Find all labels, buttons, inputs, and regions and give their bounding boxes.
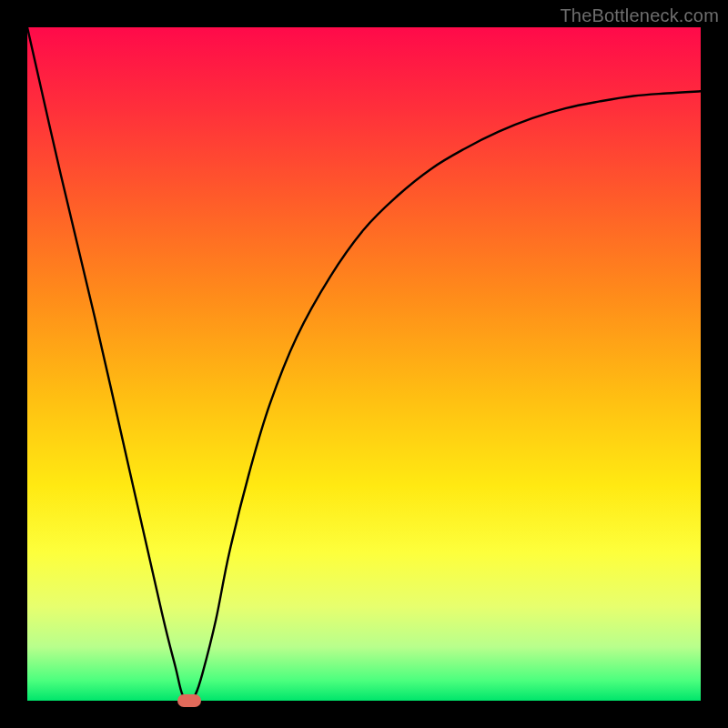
plot-area (27, 27, 701, 701)
chart-frame: TheBottleneck.com (0, 0, 728, 728)
optimal-point-marker (177, 694, 201, 707)
watermark-text: TheBottleneck.com (560, 5, 719, 26)
bottleneck-curve (27, 27, 701, 701)
